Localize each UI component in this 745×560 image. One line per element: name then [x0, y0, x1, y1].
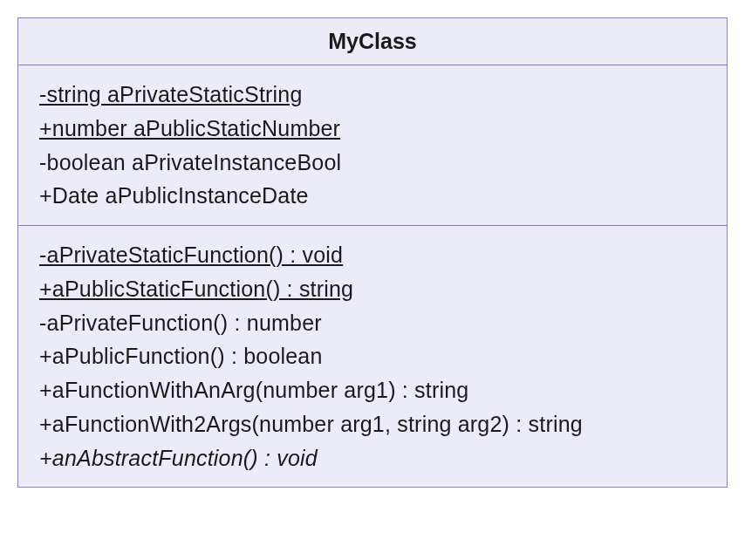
class-method-row: -aPrivateStaticFunction() : void: [39, 238, 706, 272]
class-attribute-text: -string aPrivateStaticString: [39, 82, 303, 106]
class-attribute-text: -boolean aPrivateInstanceBool: [39, 150, 341, 174]
class-method-row: +aPublicStaticFunction() : string: [39, 272, 706, 306]
class-attribute-row: -boolean aPrivateInstanceBool: [39, 146, 706, 180]
class-method-text: +aPublicStaticFunction() : string: [39, 277, 353, 301]
class-method-text: -aPrivateStaticFunction() : void: [39, 242, 343, 267]
class-method-text: +aFunctionWith2Args(number arg1, string …: [39, 412, 583, 436]
class-method-text: +aPublicFunction() : boolean: [39, 344, 323, 368]
class-attribute-row: +Date aPublicInstanceDate: [39, 179, 706, 213]
class-attributes-section: -string aPrivateStaticString+number aPub…: [18, 65, 727, 226]
class-attribute-text: +Date aPublicInstanceDate: [39, 183, 309, 208]
class-method-row: +anAbstractFunction() : void: [39, 441, 706, 475]
class-attribute-row: -string aPrivateStaticString: [39, 78, 706, 112]
class-method-text: -aPrivateFunction() : number: [39, 311, 322, 335]
class-methods-section: -aPrivateStaticFunction() : void+aPublic…: [18, 226, 727, 487]
class-method-row: +aFunctionWith2Args(number arg1, string …: [39, 407, 706, 441]
class-method-row: +aFunctionWithAnArg(number arg1) : strin…: [39, 373, 706, 407]
class-method-text: +anAbstractFunction() : void: [39, 446, 318, 470]
class-method-row: -aPrivateFunction() : number: [39, 306, 706, 340]
class-name-header: MyClass: [18, 18, 727, 65]
class-method-row: +aPublicFunction() : boolean: [39, 339, 706, 373]
class-method-text: +aFunctionWithAnArg(number arg1) : strin…: [39, 378, 468, 402]
class-diagram-box: MyClass -string aPrivateStaticString+num…: [17, 17, 728, 488]
class-attribute-row: +number aPublicStaticNumber: [39, 112, 706, 146]
class-attribute-text: +number aPublicStaticNumber: [39, 116, 340, 140]
